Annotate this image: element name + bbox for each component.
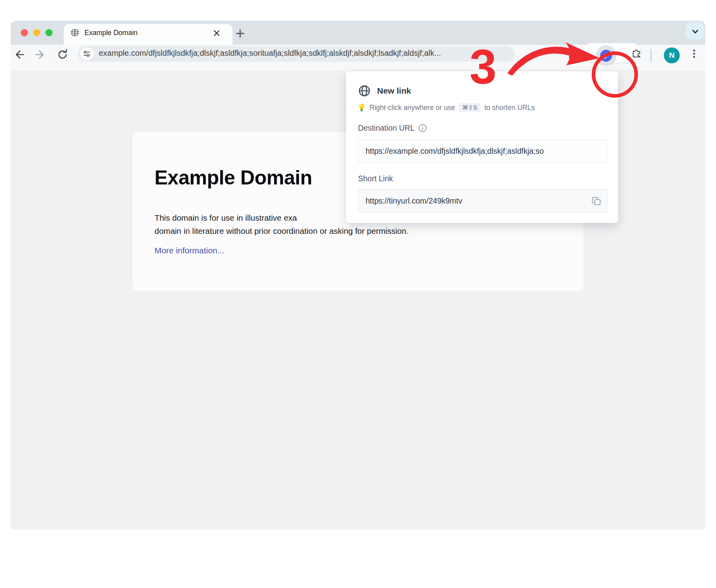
hint-prefix: Right-click anywhere or use [370,104,455,112]
short-link-input[interactable] [358,190,581,212]
popup-header: New link [358,84,411,97]
annotation-step-number: 3 [470,43,497,91]
address-bar[interactable]: example.com/dfjsldfkjlsdkfja;dlskjf;asld… [78,46,515,62]
window-minimize-button[interactable] [33,29,40,36]
short-link-label: Short Link [358,174,393,183]
popup-title: New link [377,86,411,96]
reload-button[interactable] [56,48,69,61]
window-close-button[interactable] [21,29,28,36]
destination-url-label-text: Destination URL [358,123,415,133]
short-link-label-text: Short Link [358,174,393,183]
short-link-field [358,189,608,212]
site-settings-icon[interactable] [80,47,94,61]
tab-example-domain[interactable]: Example Domain [64,24,233,45]
copy-button[interactable] [591,196,602,207]
page-title: Example Domain [155,166,312,189]
reload-icon [56,48,69,61]
toolbar-divider [650,49,651,63]
forward-arrow-icon [33,48,47,61]
forward-button[interactable] [33,48,47,61]
browser-window: Example Domain [11,21,705,529]
tab-close-icon[interactable] [212,28,221,38]
extensions-menu-button[interactable] [630,47,642,59]
tab-search-button[interactable] [686,22,704,40]
annotation-circle [592,51,638,98]
url-text[interactable]: example.com/dfjsldfkjlsdkfja;dlskjf;asld… [99,49,501,58]
globe-favicon-icon [70,28,80,37]
shortcut-hint: 💡 Right-click anywhere or use ⌘⇧S to sho… [357,103,535,112]
back-arrow-icon [12,48,26,61]
tab-strip: Example Domain [11,21,705,45]
destination-url-input[interactable] [358,139,608,163]
info-icon[interactable] [419,124,427,132]
destination-url-label: Destination URL [358,123,427,133]
body-line-2: domain in literature without prior coord… [155,224,409,237]
copy-icon [591,196,602,207]
keyboard-shortcut-chip: ⌘⇧S [459,103,481,112]
window-zoom-button[interactable] [45,29,53,36]
screenshot-canvas: Example Domain [0,0,716,588]
more-information-link[interactable]: More information... [155,246,224,255]
lightbulb-icon: 💡 [357,104,366,112]
puzzle-icon [630,47,642,59]
chevron-down-icon [690,26,700,37]
tinyurl-popup: New link 💡 Right-click anywhere or use ⌘… [346,71,618,223]
hint-suffix: to shorten URLs [484,104,534,112]
back-button[interactable] [12,48,26,61]
browser-menu-button[interactable] [688,48,700,60]
globe-icon [358,84,371,97]
tab-title: Example Domain [84,29,137,37]
kebab-menu-icon [688,48,700,60]
profile-avatar[interactable]: N [664,47,680,63]
annotation-arrow-icon [506,41,600,76]
new-tab-button[interactable] [234,27,246,39]
